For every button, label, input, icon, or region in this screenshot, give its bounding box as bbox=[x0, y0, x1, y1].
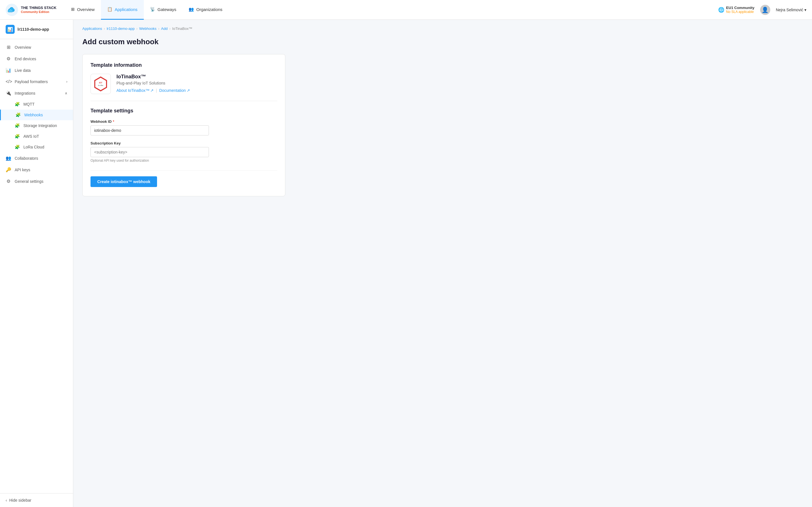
sidebar-item-aws-iot[interactable]: 🧩 AWS IoT bbox=[0, 131, 73, 142]
page-title: Add custom webhook bbox=[82, 38, 803, 46]
puzzle-icon-storage: 🧩 bbox=[15, 123, 20, 128]
nav-organizations[interactable]: 👥 Organizations bbox=[183, 0, 229, 20]
sidebar-lora-label: LoRa Cloud bbox=[23, 145, 44, 149]
app-body: 📊 lr1110-demo-app ⊞ Overview ⚙ End devic… bbox=[0, 20, 812, 507]
subscription-key-label: Subscription Key bbox=[91, 141, 277, 145]
sidebar: 📊 lr1110-demo-app ⊞ Overview ⚙ End devic… bbox=[0, 20, 73, 507]
nav-overview-label: Overview bbox=[77, 7, 95, 12]
chevron-up-icon: ∧ bbox=[65, 91, 67, 95]
sidebar-nav: ⊞ Overview ⚙ End devices 📊 Live data </>… bbox=[0, 39, 73, 493]
nav-right: 🌐 EU1 Community No SLA applicable 👤 Nejr… bbox=[718, 5, 806, 15]
sidebar-app-header: 📊 lr1110-demo-app bbox=[0, 20, 73, 39]
sidebar-item-general-settings[interactable]: ⚙ General settings bbox=[0, 175, 73, 187]
sidebar-app-name: lr1110-demo-app bbox=[17, 27, 49, 32]
subscription-key-input[interactable] bbox=[91, 147, 209, 157]
grid-icon: ⊞ bbox=[6, 45, 11, 50]
about-link-label: About IoTinaBox™ bbox=[116, 88, 149, 93]
user-name-label: Nejra Selimović bbox=[776, 8, 803, 12]
sidebar-item-live-data[interactable]: 📊 Live data bbox=[0, 64, 73, 76]
nav-gateways[interactable]: 📡 Gateways bbox=[144, 0, 183, 20]
region-name: EU1 Community bbox=[726, 6, 754, 10]
sidebar-item-lora-cloud[interactable]: 🧩 LoRa Cloud bbox=[0, 142, 73, 152]
users-icon: 👥 bbox=[6, 156, 11, 161]
ttn-logo-icon bbox=[6, 4, 18, 16]
template-desc: Plug-and-Play IoT Solutions bbox=[116, 81, 277, 86]
about-link[interactable]: About IoTinaBox™ ↗ bbox=[116, 88, 154, 93]
puzzle-icon-mqtt: 🧩 bbox=[15, 102, 20, 107]
nav-applications-label: Applications bbox=[115, 7, 138, 12]
breadcrumb-app-name[interactable]: lr1110-demo-app bbox=[107, 26, 135, 31]
overview-nav-icon: ⊞ bbox=[71, 7, 75, 12]
sidebar-item-overview[interactable]: ⊞ Overview bbox=[0, 41, 73, 53]
breadcrumb-applications[interactable]: Applications bbox=[82, 26, 102, 31]
gateways-nav-icon: 📡 bbox=[150, 7, 155, 12]
webhook-id-group: Webhook ID * bbox=[91, 119, 277, 135]
sidebar-item-storage-integration[interactable]: 🧩 Storage Integration bbox=[0, 120, 73, 131]
external-link-icon-about: ↗ bbox=[150, 88, 154, 93]
template-info-title: Template information bbox=[91, 62, 277, 68]
sidebar-settings-label: General settings bbox=[15, 179, 43, 184]
sidebar-item-integrations[interactable]: 🔌 Integrations ∧ bbox=[0, 87, 73, 99]
subscription-key-hint: Optional API key used for authorization bbox=[91, 159, 277, 163]
required-indicator: * bbox=[113, 119, 114, 124]
top-nav: THE THINGS STACK Community Edition ⊞ Ove… bbox=[0, 0, 812, 20]
region-info: EU1 Community No SLA applicable bbox=[726, 6, 754, 14]
logo-text: THE THINGS STACK Community Edition bbox=[21, 6, 56, 13]
sidebar-hide-button[interactable]: ‹ Hide sidebar bbox=[0, 493, 73, 507]
subscription-key-label-text: Subscription Key bbox=[91, 141, 121, 145]
webhook-id-input[interactable] bbox=[91, 125, 209, 135]
template-details: IoTinaBox™ Plug-and-Play IoT Solutions A… bbox=[116, 74, 277, 93]
sidebar-api-keys-label: API keys bbox=[15, 168, 30, 172]
settings-icon: ⚙ bbox=[6, 179, 11, 184]
region-badge: 🌐 EU1 Community No SLA applicable bbox=[718, 6, 754, 14]
button-area: Create iotinabox™ webhook bbox=[91, 170, 277, 188]
svg-text:in a Box: in a Box bbox=[98, 84, 103, 86]
sidebar-item-api-keys[interactable]: 🔑 API keys bbox=[0, 164, 73, 175]
breadcrumb-current: IoTinaBox™ bbox=[172, 26, 192, 31]
template-name: IoTinaBox™ bbox=[116, 74, 277, 80]
bar-chart-icon: 📊 bbox=[6, 68, 11, 73]
sidebar-mqtt-label: MQTT bbox=[23, 102, 35, 107]
docs-link[interactable]: Documentation ↗ bbox=[159, 88, 190, 93]
code-icon: </> bbox=[6, 79, 11, 84]
logo-main: THE THINGS STACK bbox=[21, 6, 56, 10]
puzzle-icon-webhooks: 🧩 bbox=[15, 112, 21, 117]
chevron-right-icon: › bbox=[66, 80, 67, 83]
sidebar-aws-label: AWS IoT bbox=[23, 134, 39, 138]
sidebar-item-webhooks[interactable]: 🧩 Webhooks bbox=[0, 110, 73, 120]
create-webhook-button[interactable]: Create iotinabox™ webhook bbox=[91, 176, 157, 187]
puzzle-icon-lora: 🧩 bbox=[15, 145, 20, 150]
webhook-id-label: Webhook ID * bbox=[91, 119, 277, 124]
breadcrumb: Applications › lr1110-demo-app › Webhook… bbox=[82, 26, 803, 31]
external-link-icon-docs: ↗ bbox=[187, 88, 190, 93]
sidebar-item-mqtt[interactable]: 🧩 MQTT bbox=[0, 99, 73, 110]
template-links: About IoTinaBox™ ↗ | Documentation ↗ bbox=[116, 88, 277, 93]
nav-applications[interactable]: 📋 Applications bbox=[101, 0, 144, 20]
sidebar-storage-label: Storage Integration bbox=[23, 123, 57, 128]
breadcrumb-webhooks[interactable]: Webhooks bbox=[139, 26, 156, 31]
breadcrumb-sep-1: › bbox=[104, 26, 105, 31]
sidebar-overview-label: Overview bbox=[15, 45, 31, 50]
globe-icon: 🌐 bbox=[718, 7, 724, 13]
breadcrumb-add[interactable]: Add bbox=[161, 26, 167, 31]
sidebar-item-end-devices[interactable]: ⚙ End devices bbox=[0, 53, 73, 64]
user-menu[interactable]: Nejra Selimović ▾ bbox=[776, 8, 806, 12]
sidebar-webhooks-label: Webhooks bbox=[24, 113, 43, 117]
sidebar-payload-label: Payload formatters bbox=[15, 79, 48, 84]
applications-nav-icon: 📋 bbox=[107, 7, 112, 12]
section-divider bbox=[91, 101, 277, 101]
puzzle-icon-aws: 🧩 bbox=[15, 134, 20, 139]
sidebar-item-collaborators[interactable]: 👥 Collaborators bbox=[0, 152, 73, 164]
chevron-down-icon: ▾ bbox=[804, 8, 806, 12]
iotinabox-logo-svg: IOT in a Box bbox=[92, 75, 109, 93]
sidebar-live-data-label: Live data bbox=[15, 68, 31, 73]
main-card: Template information IOT in a Box IoTina… bbox=[82, 54, 285, 196]
avatar: 👤 bbox=[760, 5, 770, 15]
hide-sidebar-label: Hide sidebar bbox=[9, 498, 32, 503]
sidebar-item-payload-formatters[interactable]: </> Payload formatters › bbox=[0, 76, 73, 87]
docs-link-label: Documentation bbox=[159, 88, 186, 93]
breadcrumb-sep-4: › bbox=[169, 26, 170, 31]
nav-items: ⊞ Overview 📋 Applications 📡 Gateways 👥 O… bbox=[65, 0, 718, 20]
key-icon: 🔑 bbox=[6, 167, 11, 172]
nav-overview[interactable]: ⊞ Overview bbox=[65, 0, 101, 20]
